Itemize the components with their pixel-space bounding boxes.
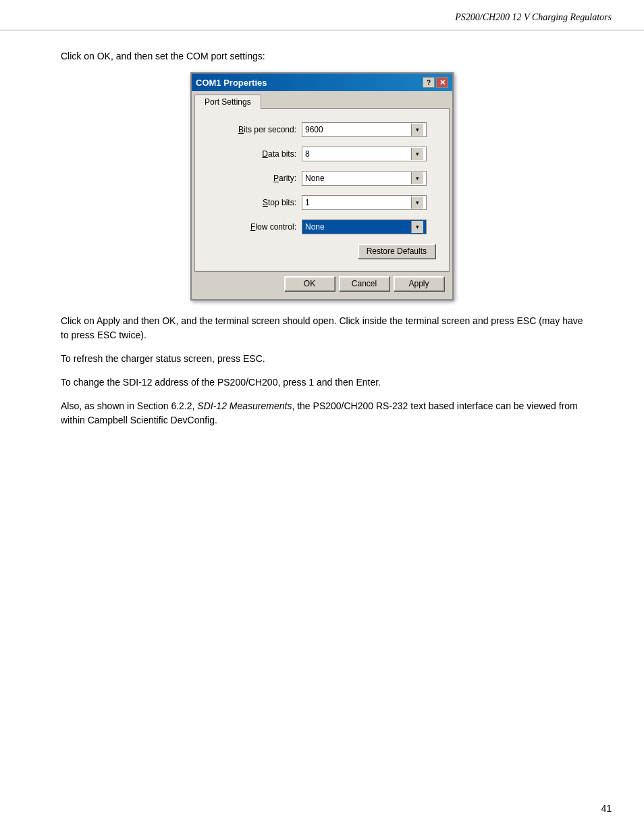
sb-underline: S <box>263 198 268 207</box>
data-bits-row: Data bits: 8 ▾ <box>209 147 435 161</box>
flow-control-value: None <box>305 222 411 232</box>
parity-label: Parity: <box>209 174 296 183</box>
restore-btn-row: Restore Defaults <box>209 244 435 259</box>
page-header: PS200/CH200 12 V Charging Regulators <box>0 0 644 30</box>
flow-control-row: Flow control: None ▾ <box>209 219 435 234</box>
paragraph-2: To refresh the charger status screen, pr… <box>61 352 583 366</box>
parity-value: None <box>305 174 411 183</box>
dialog-title: COM1 Properties <box>196 78 267 88</box>
restore-defaults-button[interactable]: Restore Defaults <box>358 244 435 259</box>
paragraph-3: To change the SDI-12 address of the PS20… <box>61 375 583 390</box>
com1-properties-dialog: COM1 Properties ? ✕ Port Settings <box>190 72 454 301</box>
page-number: 41 <box>601 803 612 814</box>
bits-per-second-select[interactable]: 9600 ▾ <box>302 122 427 137</box>
db-underline: D <box>262 149 268 159</box>
bits-per-second-row: Bits per second: 9600 ▾ <box>209 122 435 137</box>
dialog-footer: OK Cancel Apply <box>194 271 450 296</box>
intro-paragraph: Click on OK, and then set the COM port s… <box>61 51 583 61</box>
fc-underline: F <box>250 222 255 232</box>
bits-per-second-label: Bits per second: <box>209 125 296 134</box>
stop-bits-arrow[interactable]: ▾ <box>411 197 423 209</box>
help-button[interactable]: ? <box>423 77 435 88</box>
bits-per-second-arrow[interactable]: ▾ <box>411 124 423 136</box>
titlebar-buttons: ? ✕ <box>423 77 448 88</box>
paragraph-4-before: Also, as shown in Section 6.2.2, <box>61 400 197 411</box>
paragraph-4: Also, as shown in Section 6.2.2, SDI-12 … <box>61 399 583 427</box>
bps-underline: B <box>238 125 244 134</box>
p-underline: P <box>273 174 279 183</box>
paragraph-4-italic: SDI-12 Measurements <box>197 400 292 411</box>
stop-bits-value: 1 <box>305 198 411 207</box>
cancel-button[interactable]: Cancel <box>339 276 390 291</box>
parity-row: Parity: None ▾ <box>209 171 435 186</box>
tab-port-settings[interactable]: Port Settings <box>194 95 261 109</box>
dialog-wrapper: COM1 Properties ? ✕ Port Settings <box>61 72 583 301</box>
header-title: PS200/CH200 12 V Charging Regulators <box>455 12 612 22</box>
flow-control-label: Flow control: <box>209 222 296 232</box>
parity-select[interactable]: None ▾ <box>302 171 427 186</box>
data-bits-arrow[interactable]: ▾ <box>411 148 423 160</box>
ok-button[interactable]: OK <box>284 276 335 291</box>
paragraph-1: Click on Apply and then OK, and the term… <box>61 314 583 342</box>
stop-bits-row: Stop bits: 1 ▾ <box>209 195 435 210</box>
data-bits-label: Data bits: <box>209 149 296 159</box>
apply-button[interactable]: Apply <box>394 276 444 291</box>
data-bits-value: 8 <box>305 149 411 159</box>
page-content: Click on OK, and then set the COM port s… <box>0 30 644 457</box>
tab-content: Bits per second: 9600 ▾ Data bits: <box>194 108 450 271</box>
parity-arrow[interactable]: ▾ <box>411 172 423 184</box>
dialog-titlebar: COM1 Properties ? ✕ <box>192 74 452 91</box>
data-bits-select[interactable]: 8 ▾ <box>302 147 427 161</box>
bits-per-second-value: 9600 <box>305 125 411 134</box>
stop-bits-label: Stop bits: <box>209 198 296 207</box>
dialog-body: Port Settings Bits per second: 9600 ▾ <box>192 94 452 299</box>
flow-control-arrow[interactable]: ▾ <box>411 221 423 233</box>
flow-control-select[interactable]: None ▾ <box>302 219 427 234</box>
close-button[interactable]: ✕ <box>436 77 448 88</box>
tab-strip: Port Settings <box>194 94 450 108</box>
stop-bits-select[interactable]: 1 ▾ <box>302 195 427 210</box>
